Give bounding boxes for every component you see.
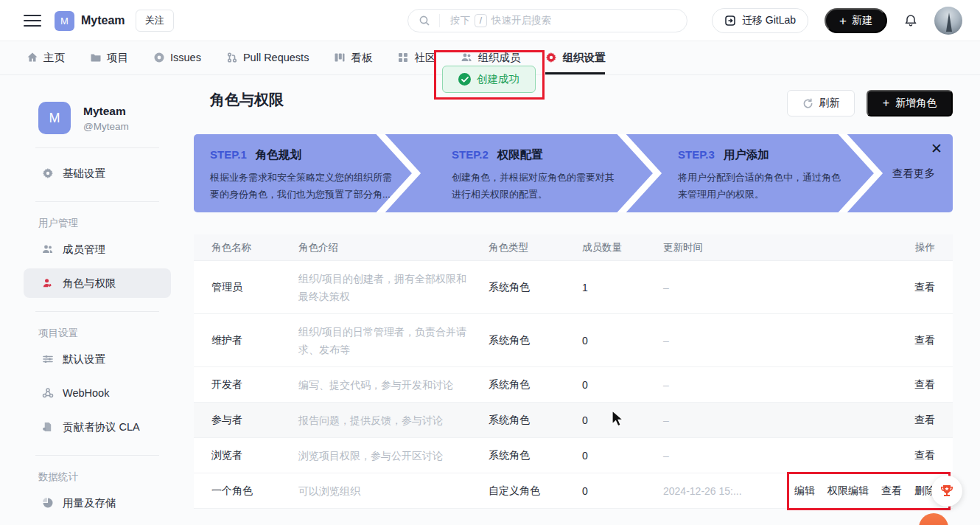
check-circle-icon xyxy=(458,73,471,86)
step-3: STEP.3 用户添加 将用户分配到合适的角色中，通过角色来管理用户的权限。 xyxy=(678,147,846,203)
create-new-button[interactable]: + 新建 xyxy=(825,8,887,33)
add-role-button[interactable]: + 新增角色 xyxy=(867,90,953,117)
sidebar-item-basic-settings[interactable]: 基础设置 xyxy=(24,159,171,188)
sidebar-item-usage-storage[interactable]: 用量及存储 xyxy=(24,488,171,518)
step-1: STEP.1 角色规划 根据业务需求和安全策略定义您的组织所需要的身份角色，我们… xyxy=(210,147,394,203)
close-icon[interactable]: ✕ xyxy=(931,140,942,157)
community-grid-icon xyxy=(397,52,409,63)
section-label-user-management: 用户管理 xyxy=(38,217,171,230)
pull-request-icon xyxy=(226,52,238,63)
tab-projects[interactable]: 项目 xyxy=(90,41,128,74)
view-link[interactable]: 查看 xyxy=(914,334,935,347)
org-name: Myteam xyxy=(81,14,125,27)
tab-org-settings[interactable]: 组织设置 xyxy=(545,41,605,74)
org-logo[interactable]: M xyxy=(55,11,74,31)
webhook-icon xyxy=(41,387,54,399)
refresh-button[interactable]: 刷新 xyxy=(787,90,855,117)
settings-sidebar: M Myteam @Myteam 基础设置 用户管理 成员管理 角色与权限 xyxy=(24,102,171,518)
sidebar-org-handle: @Myteam xyxy=(83,121,129,132)
search-icon xyxy=(419,15,430,27)
plus-icon: + xyxy=(839,15,847,27)
pie-chart-icon xyxy=(41,497,54,509)
refresh-icon xyxy=(802,98,813,109)
floating-helper-button[interactable] xyxy=(919,513,948,525)
sidebar-item-default-settings[interactable]: 默认设置 xyxy=(24,344,171,374)
divider xyxy=(35,455,159,456)
sidebar-org-avatar: M xyxy=(38,102,71,134)
members-icon xyxy=(461,52,472,63)
board-icon xyxy=(334,52,346,63)
sidebar-item-cla[interactable]: 贡献者协议 CLA xyxy=(24,412,171,442)
divider xyxy=(35,147,159,148)
trophy-fab-button[interactable] xyxy=(931,476,962,507)
table-row-developer: 开发者 编写、提交代码，参与开发和讨论 系统角色 0 – 查看 xyxy=(194,367,953,403)
trophy-icon xyxy=(939,483,955,499)
user-avatar[interactable] xyxy=(934,7,962,35)
tab-boards[interactable]: 看板 xyxy=(334,41,372,74)
table-row-viewer: 浏览者 浏览项目权限，参与公开区讨论 系统角色 0 – 查看 xyxy=(194,438,953,473)
tab-community[interactable]: 社区 xyxy=(397,41,435,74)
gear-icon xyxy=(545,52,557,63)
members-icon xyxy=(41,243,54,255)
notifications-bell-icon[interactable] xyxy=(903,13,918,28)
document-icon xyxy=(41,421,54,433)
follow-button[interactable]: 关注 xyxy=(136,10,174,32)
home-icon xyxy=(27,52,38,63)
divider xyxy=(35,311,159,312)
plus-icon: + xyxy=(883,97,889,109)
sidebar-item-webhook[interactable]: WebHook xyxy=(24,378,171,408)
roles-table: 角色名称 角色介绍 角色类型 成员数量 更新时间 操作 管理员 组织/项目的创建… xyxy=(194,234,953,509)
folder-icon xyxy=(90,52,102,63)
view-link[interactable]: 查看 xyxy=(881,484,902,498)
tab-pull-requests[interactable]: Pull Requests xyxy=(226,41,309,74)
divider xyxy=(35,201,159,202)
sidebar-org-name: Myteam xyxy=(83,105,129,118)
edit-link[interactable]: 编辑 xyxy=(794,484,815,498)
sidebar-item-roles-permissions[interactable]: 角色与权限 xyxy=(24,268,171,298)
import-icon xyxy=(724,15,736,27)
view-more-link[interactable]: 查看更多 xyxy=(892,167,935,181)
table-row-maintainer: 维护者 组织/项目的日常管理者，负责合并请求、发布等 系统角色 0 – 查看 xyxy=(194,314,953,367)
view-link[interactable]: 查看 xyxy=(914,378,935,392)
role-person-icon xyxy=(41,277,54,289)
table-row-custom-role: 一个角色 可以浏览组织 自定义角色 0 2024-12-26 15:... 编辑… xyxy=(194,473,953,509)
table-row-admin: 管理员 组织/项目的创建者，拥有全部权限和最终决策权 系统角色 1 – 查看 xyxy=(194,261,953,314)
table-header: 角色名称 角色介绍 角色类型 成员数量 更新时间 操作 xyxy=(194,234,953,261)
sidebar-item-member-management[interactable]: 成员管理 xyxy=(24,234,171,264)
search-input[interactable]: 按下 / 快速开启搜索 xyxy=(407,9,687,32)
table-row-contributor: 参与者 报告问题，提供反馈，参与讨论 系统角色 0 – 查看 xyxy=(194,403,953,438)
success-toast: 创建成功 xyxy=(442,66,536,93)
top-navbar: M Myteam 关注 按下 / 快速开启搜索 xyxy=(0,0,980,41)
issue-icon xyxy=(153,52,165,63)
step-2: STEP.2 权限配置 创建角色，并根据对应角色的需要对其进行相关权限的配置。 xyxy=(452,147,623,203)
view-link[interactable]: 查看 xyxy=(914,414,935,427)
section-label-project-settings: 项目设置 xyxy=(38,327,171,340)
view-link[interactable]: 查看 xyxy=(914,449,935,462)
tab-home[interactable]: 主页 xyxy=(27,41,65,74)
page-title: 角色与权限 xyxy=(210,90,284,110)
permission-edit-link[interactable]: 权限编辑 xyxy=(827,484,869,498)
hamburger-menu-icon[interactable] xyxy=(24,15,41,27)
view-link[interactable]: 查看 xyxy=(914,281,935,294)
app-screen: M Myteam 关注 按下 / 快速开启搜索 xyxy=(0,0,980,525)
migrate-gitlab-button[interactable]: 迁移 GitLab xyxy=(712,8,808,33)
search-placeholder: 按下 / 快速开启搜索 xyxy=(450,14,551,27)
onboarding-steps-banner: STEP.1 角色规划 根据业务需求和安全策略定义您的组织所需要的身份角色，我们… xyxy=(194,134,953,212)
slash-key-icon: / xyxy=(475,14,487,27)
sliders-icon xyxy=(41,353,54,365)
tab-issues[interactable]: Issues xyxy=(153,41,201,74)
section-label-statistics: 数据统计 xyxy=(38,470,171,484)
gear-icon xyxy=(41,167,54,179)
